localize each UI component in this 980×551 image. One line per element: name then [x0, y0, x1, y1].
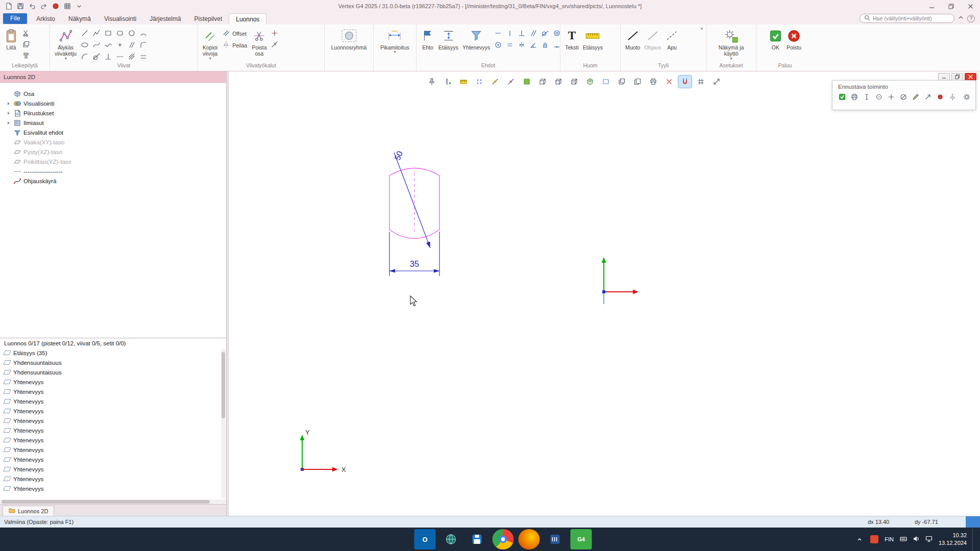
- expand-arrow-icon[interactable]: [4, 102, 13, 106]
- remove-part-button[interactable]: Poista osa: [250, 27, 268, 58]
- constraint-item[interactable]: Etäisyys (35): [0, 348, 226, 358]
- vertical-scrollbar[interactable]: [221, 349, 226, 498]
- transform-icon[interactable]: [710, 76, 723, 88]
- format-painter-icon[interactable]: [20, 50, 31, 61]
- perpendicular-constraint-icon[interactable]: [516, 28, 527, 38]
- exit-button[interactable]: Poistu: [785, 27, 803, 51]
- quick-dimension-button[interactable]: Pikamitoitus ▼: [379, 27, 411, 54]
- extend-icon[interactable]: [270, 39, 280, 49]
- freehand-icon[interactable]: [103, 39, 113, 50]
- parallel-constraint-icon[interactable]: [528, 28, 538, 38]
- copy-lines-button[interactable]: Kopioi viivoja ▼: [201, 27, 219, 60]
- tree-item-esivalitut-ehdot[interactable]: Esivalitut ehdot: [0, 128, 226, 137]
- new-file-icon[interactable]: [3, 2, 14, 11]
- outlook-icon[interactable]: O: [414, 529, 436, 549]
- printer-icon[interactable]: [647, 76, 660, 88]
- cut-icon[interactable]: [20, 28, 31, 38]
- grid-snap-icon[interactable]: [694, 76, 707, 88]
- erase-icon[interactable]: [663, 76, 676, 88]
- tree-item-separator[interactable]: --------------------: [0, 166, 226, 176]
- constraint-item[interactable]: Yhtenevyys: [0, 416, 226, 425]
- record-dot-icon[interactable]: [935, 92, 945, 102]
- start-icon[interactable]: [388, 529, 410, 549]
- constraint-item[interactable]: Yhtenevyys: [0, 445, 226, 455]
- offset-button[interactable]: Offset: [220, 28, 249, 39]
- box-flat-icon[interactable]: [552, 76, 565, 88]
- globe-icon[interactable]: [440, 529, 462, 549]
- centerline-icon[interactable]: [114, 51, 125, 62]
- chamfer-icon[interactable]: [79, 51, 90, 62]
- constraint-item[interactable]: Yhdensuuntaisuus: [0, 367, 226, 377]
- show-desktop-button[interactable]: [972, 528, 975, 551]
- box-iso-icon[interactable]: [583, 76, 597, 88]
- dimension-value-35[interactable]: 35: [410, 260, 419, 268]
- coincident-constraint-icon[interactable]: [493, 39, 503, 50]
- guide-style-button[interactable]: Ohjaus: [643, 27, 663, 51]
- dimension-value-50[interactable]: 50: [393, 150, 404, 162]
- ellipse-icon[interactable]: [79, 39, 90, 50]
- redo-icon[interactable]: [38, 2, 49, 11]
- copy-icon[interactable]: [20, 39, 31, 49]
- panel-header[interactable]: Luonnos 2D: [0, 71, 226, 83]
- pin-icon[interactable]: [425, 76, 438, 88]
- horizontal-constraint-icon[interactable]: [493, 28, 503, 38]
- arrow-icon[interactable]: [922, 92, 933, 102]
- menu-tab-järjestelmä[interactable]: Järjestelmä: [143, 13, 187, 24]
- grid-icon[interactable]: [62, 2, 72, 11]
- no-entry-icon[interactable]: [898, 92, 909, 102]
- menu-tab-arkisto[interactable]: Arkisto: [30, 13, 62, 24]
- doc-minimize-button[interactable]: [938, 73, 950, 81]
- tree-item-osa[interactable]: Osa: [0, 89, 226, 98]
- ruler-add-icon[interactable]: [441, 76, 454, 88]
- measure-tape-icon[interactable]: [457, 76, 470, 88]
- close-button[interactable]: [961, 0, 980, 12]
- coincidence-button[interactable]: Yhtenevyys: [461, 27, 492, 51]
- doc-restore-button[interactable]: [951, 73, 963, 81]
- vertical-constraint-icon[interactable]: [504, 28, 515, 38]
- rect-icon[interactable]: [103, 28, 113, 38]
- help-icon[interactable]: ?: [967, 15, 975, 22]
- settings-gear-icon[interactable]: [961, 92, 972, 102]
- fix-constraint-icon[interactable]: [540, 39, 550, 50]
- point-icon[interactable]: [114, 39, 125, 50]
- constraint-item[interactable]: Yhtenevyys: [0, 435, 226, 445]
- search-input[interactable]: Hae (välilyönti+välilyönti): [860, 14, 954, 23]
- parallel-lines-icon[interactable]: [126, 39, 137, 50]
- file-menu-button[interactable]: File: [3, 13, 27, 24]
- snap-node-icon[interactable]: [488, 76, 502, 88]
- tree-item-pysty-xz-taso[interactable]: Pysty(XZ)-taso: [0, 147, 226, 157]
- smart-polyline-button[interactable]: Älykäs viivaketju ▼: [53, 27, 78, 60]
- constraint-item[interactable]: Yhtenevyys: [0, 474, 226, 484]
- shape-style-button[interactable]: Muoto: [624, 27, 642, 51]
- clock[interactable]: 10.32 13.12.2024: [939, 532, 967, 547]
- tangent-constraint-icon[interactable]: [540, 28, 550, 38]
- constraint-item[interactable]: Yhtenevyys: [0, 425, 226, 435]
- minimize-button[interactable]: [922, 0, 941, 12]
- firefox-icon[interactable]: [519, 529, 540, 549]
- doc-close-button[interactable]: [965, 73, 976, 81]
- plus-icon[interactable]: [886, 92, 896, 102]
- printer-small-icon[interactable]: [849, 92, 860, 102]
- constraint-button[interactable]: Ehto: [420, 27, 436, 51]
- box-wire-icon[interactable]: [536, 76, 549, 88]
- g4-icon[interactable]: G4: [571, 529, 592, 549]
- double-line-icon[interactable]: [138, 51, 149, 62]
- copy-view-icon[interactable]: [615, 76, 628, 88]
- scrollbar-thumb[interactable]: [2, 500, 210, 504]
- constraint-item[interactable]: Yhtenevyys: [0, 406, 226, 416]
- menu-tab-visualisointi[interactable]: Visualisointi: [97, 13, 143, 24]
- maximize-button[interactable]: [941, 0, 961, 12]
- box-lines-icon[interactable]: [568, 76, 581, 88]
- annotation-dimension-button[interactable]: Etäisyys: [581, 27, 604, 51]
- text-button[interactable]: T Teksti: [564, 27, 580, 51]
- expand-arrow-icon[interactable]: [4, 121, 13, 125]
- angle-constraint-icon[interactable]: [528, 39, 538, 50]
- tree-item-piirustukset[interactable]: Piirustukset: [0, 108, 226, 118]
- constraint-item[interactable]: Yhtenevyys: [0, 455, 226, 464]
- code-icon[interactable]: [545, 529, 566, 549]
- ribbon-collapse-icon[interactable]: [958, 15, 964, 22]
- equal-constraint-icon[interactable]: [504, 39, 515, 50]
- tree-item-vaaka-xy-taso[interactable]: Vaaka(XY)-taso: [0, 137, 226, 147]
- tree-item-ilmiasut[interactable]: Ilmiasut: [0, 118, 226, 128]
- line-icon[interactable]: [79, 28, 90, 38]
